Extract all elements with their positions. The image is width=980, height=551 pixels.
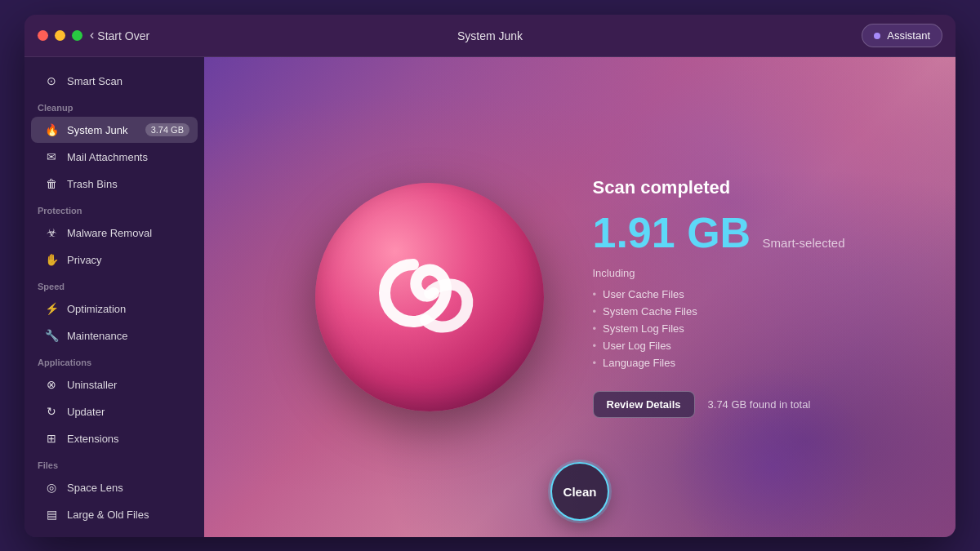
maximize-button[interactable]: [72, 30, 82, 41]
clean-button-container: Clean: [550, 462, 609, 521]
app-window: ‹ Start Over System Junk Assistant ⊙ Sma…: [24, 15, 956, 537]
scan-results: Scan completed 1.91 GB Smart-selected In…: [593, 177, 845, 418]
sidebar-item-label: Large & Old Files: [67, 509, 149, 521]
back-chevron-icon: ‹: [90, 28, 94, 42]
privacy-icon: ✋: [44, 252, 59, 267]
review-details-button[interactable]: Review Details: [593, 391, 695, 418]
back-button[interactable]: ‹ Start Over: [90, 29, 149, 42]
list-item: User Log Files: [593, 337, 845, 354]
space-lens-icon: ◎: [44, 480, 59, 495]
sidebar-item-maintenance[interactable]: 🔧 Maintenance: [31, 322, 198, 349]
review-row: Review Details 3.74 GB found in total: [593, 391, 845, 418]
list-item: System Cache Files: [593, 303, 845, 320]
smart-scan-icon: ⊙: [44, 73, 59, 88]
sidebar-item-mail-attachments[interactable]: ✉ Mail Attachments: [31, 144, 198, 170]
sidebar-item-label: System Junk: [67, 124, 127, 136]
sidebar-item-label: Updater: [67, 406, 105, 418]
panel-inner: Scan completed 1.91 GB Smart-selected In…: [204, 177, 956, 418]
system-junk-icon: 🔥: [44, 122, 59, 137]
shredder-icon: ≡: [44, 534, 59, 537]
sidebar-item-extensions[interactable]: ⊞ Extensions: [31, 425, 198, 451]
sidebar-item-label: Malware Removal: [67, 227, 152, 239]
files-section-label: Files: [24, 452, 204, 473]
optimization-icon: ⚡: [44, 301, 59, 316]
traffic-lights: [38, 30, 82, 41]
malware-icon: ☣: [44, 225, 59, 240]
sidebar-item-label: Mail Attachments: [67, 151, 148, 163]
back-label: Start Over: [97, 29, 149, 42]
sidebar-item-label: Smart Scan: [67, 75, 122, 87]
sidebar-item-label: Shredder: [67, 535, 110, 538]
list-item: Language Files: [593, 354, 845, 371]
window-title: System Junk: [457, 29, 523, 42]
sidebar-item-space-lens[interactable]: ◎ Space Lens: [31, 474, 198, 500]
maintenance-icon: 🔧: [44, 328, 59, 343]
list-item: User Cache Files: [593, 286, 845, 303]
sidebar-item-smart-scan[interactable]: ⊙ Smart Scan: [31, 68, 198, 94]
list-item: System Log Files: [593, 320, 845, 337]
right-panel: Scan completed 1.91 GB Smart-selected In…: [204, 57, 956, 537]
sidebar-item-label: Maintenance: [67, 330, 127, 342]
cleanup-section-label: Cleanup: [24, 95, 204, 116]
main-content: ⊙ Smart Scan Cleanup 🔥 System Junk 3.74 …: [24, 57, 956, 537]
sidebar-item-label: Privacy: [67, 254, 102, 266]
mail-icon: ✉: [44, 149, 59, 164]
extensions-icon: ⊞: [44, 431, 59, 446]
large-files-icon: ▤: [44, 507, 59, 522]
sidebar-item-optimization[interactable]: ⚡ Optimization: [31, 295, 198, 322]
protection-section-label: Protection: [24, 198, 204, 219]
sidebar-item-shredder[interactable]: ≡ Shredder: [31, 528, 198, 537]
sidebar-item-label: Optimization: [67, 303, 126, 315]
scan-completed-label: Scan completed: [593, 177, 845, 198]
app-icon-svg: [348, 216, 511, 379]
sidebar-item-large-old-files[interactable]: ▤ Large & Old Files: [31, 501, 198, 527]
assistant-button[interactable]: Assistant: [862, 24, 942, 47]
minimize-button[interactable]: [55, 30, 65, 41]
assistant-label: Assistant: [887, 29, 930, 42]
sidebar-item-trash-bins[interactable]: 🗑 Trash Bins: [31, 171, 198, 197]
updater-icon: ↻: [44, 404, 59, 419]
sidebar-item-label: Trash Bins: [67, 178, 118, 190]
clean-button[interactable]: Clean: [550, 462, 609, 521]
scan-smart-selected-label: Smart-selected: [763, 236, 845, 250]
applications-section-label: Applications: [24, 349, 204, 371]
sidebar-item-system-junk[interactable]: 🔥 System Junk 3.74 GB: [31, 117, 198, 143]
titlebar: ‹ Start Over System Junk Assistant: [24, 15, 956, 57]
scan-file-list: User Cache Files System Cache Files Syst…: [593, 286, 845, 371]
scan-size-row: 1.91 GB Smart-selected: [593, 211, 845, 254]
sidebar: ⊙ Smart Scan Cleanup 🔥 System Junk 3.74 …: [24, 57, 204, 537]
speed-section-label: Speed: [24, 273, 204, 295]
scan-size-value: 1.91 GB: [593, 209, 751, 256]
found-total-label: 3.74 GB found in total: [708, 398, 811, 411]
sidebar-item-privacy[interactable]: ✋ Privacy: [31, 247, 198, 273]
close-button[interactable]: [38, 30, 48, 41]
sidebar-item-label: Space Lens: [67, 482, 123, 494]
sidebar-item-updater[interactable]: ↻ Updater: [31, 398, 198, 424]
uninstaller-icon: ⊗: [44, 377, 59, 392]
system-junk-badge: 3.74 GB: [145, 123, 189, 136]
sidebar-item-uninstaller[interactable]: ⊗ Uninstaller: [31, 371, 198, 398]
sidebar-item-malware-removal[interactable]: ☣ Malware Removal: [31, 220, 198, 246]
scan-including-label: Including: [593, 267, 845, 279]
app-icon: [315, 183, 544, 411]
assistant-dot-icon: [874, 33, 880, 39]
sidebar-item-label: Uninstaller: [67, 379, 117, 391]
trash-icon: 🗑: [44, 176, 59, 191]
sidebar-item-label: Extensions: [67, 433, 119, 445]
